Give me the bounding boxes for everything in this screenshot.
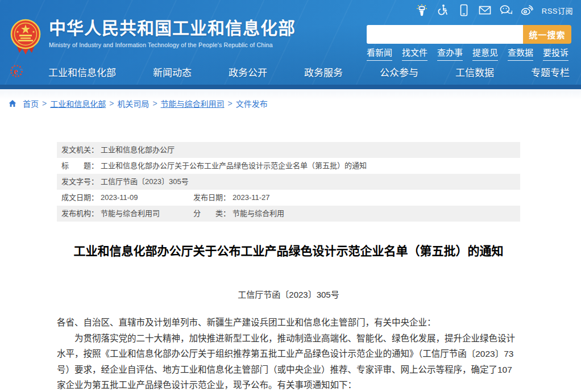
meta-value: 工信厅节函〔2023〕305号 xyxy=(101,174,189,190)
nav-item-gov-services[interactable]: 政务服务 xyxy=(304,65,343,79)
meta-label: 标 题： xyxy=(61,158,98,174)
nav-item-participation[interactable]: 公众参与 xyxy=(380,65,418,79)
mobile-icon[interactable] xyxy=(458,4,470,16)
meta-value: 节能与综合利用司 xyxy=(101,206,160,222)
wechat-icon[interactable] xyxy=(500,4,512,16)
document-body: 各省、自治区、直辖市及计划单列市、新疆生产建设兵团工业和信息化主管部门，有关中央… xyxy=(57,315,520,392)
body-paragraph: 为贯彻落实党的二十大精神，加快推进新型工业化，推动制造业高端化、智能化、绿色化发… xyxy=(57,331,520,392)
salutation-paragraph: 各省、自治区、直辖市及计划单列市、新疆生产建设兵团工业和信息化主管部门，有关中央… xyxy=(57,315,520,331)
header-utility-icons: RSS订阅 xyxy=(416,4,573,16)
meta-row-issuing-office: 发文机关： 工业和信息化部办公厅 xyxy=(57,142,520,158)
ministry-title: 中华人民共和国工业和信息化部 xyxy=(49,19,296,38)
meta-row-doc-number: 发文字号： 工信厅节函〔2023〕305号 xyxy=(57,174,520,190)
quick-link-feedback[interactable]: 提意见 xyxy=(472,46,498,61)
weibo-icon[interactable] xyxy=(521,4,533,16)
search-bar: 统一搜索 xyxy=(367,25,571,44)
breadcrumb-energy-dept[interactable]: 节能与综合利用司 xyxy=(161,98,225,109)
quick-link-news[interactable]: 看新闻 xyxy=(367,46,392,61)
search-input[interactable] xyxy=(367,25,523,44)
meta-label: 分 类： xyxy=(193,206,230,222)
nav-item-news[interactable]: 新闻动态 xyxy=(153,65,192,79)
main-navigation: e 工业和信息化部 新闻动态 政务公开 政务服务 公众参与 工信数据 专题专栏 xyxy=(0,62,581,79)
quick-link-services[interactable]: 查办事 xyxy=(437,46,463,61)
meta-label: 发文机关： xyxy=(61,142,98,158)
national-emblem-icon xyxy=(10,19,41,55)
ministry-brand: 中华人民共和国工业和信息化部 Ministry of Industry and … xyxy=(10,19,296,55)
breadcrumb-separator: > xyxy=(228,99,233,108)
meta-value: 节能与综合利用 xyxy=(233,206,284,222)
nav-item-miit[interactable]: 工业和信息化部 xyxy=(48,65,116,79)
meta-row-dates: 成文日期： 2023-11-09 发布日期： 2023-11-27 xyxy=(57,190,520,206)
meta-value: 2023-11-27 xyxy=(233,190,270,206)
meta-row-title: 标 题： 工业和信息化部办公厅关于公布工业产品绿色设计示范企业名单（第五批）的通… xyxy=(57,158,520,174)
quick-links: 看新闻 找文件 查办事 提意见 查数据 要投诉 xyxy=(367,46,568,61)
meta-value: 工业和信息化部办公厅 xyxy=(101,142,175,158)
mail-icon[interactable] xyxy=(479,4,491,16)
miit-e-logo-icon[interactable]: e xyxy=(10,63,24,79)
accessibility-icon[interactable] xyxy=(437,4,449,16)
meta-label: 发布机构： xyxy=(61,206,98,222)
breadcrumb-miit[interactable]: 工业和信息化部 xyxy=(50,98,106,109)
breadcrumb-home[interactable]: 首页 xyxy=(23,98,39,109)
quick-link-complaint[interactable]: 要投诉 xyxy=(543,46,568,61)
meta-value: 工业和信息化部办公厅关于公布工业产品绿色设计示范企业名单（第五批）的通知 xyxy=(101,158,367,174)
home-icon[interactable] xyxy=(8,99,17,108)
breadcrumb-departments[interactable]: 机关司局 xyxy=(117,98,149,109)
nav-item-data[interactable]: 工信数据 xyxy=(455,65,494,79)
nav-list: 工业和信息化部 新闻动态 政务公开 政务服务 公众参与 工信数据 专题专栏 xyxy=(48,65,570,79)
ministry-title-block: 中华人民共和国工业和信息化部 Ministry of Industry and … xyxy=(49,19,296,48)
document-meta-table: 发文机关： 工业和信息化部办公厅 标 题： 工业和信息化部办公厅关于公布工业产品… xyxy=(57,142,520,222)
meta-value: 2023-11-09 xyxy=(101,190,138,206)
meta-label: 成文日期： xyxy=(61,190,98,206)
ministry-subtitle: Ministry of Industry and Information Tec… xyxy=(49,41,296,48)
nav-item-gov-open[interactable]: 政务公开 xyxy=(229,65,267,79)
meta-label: 发文字号： xyxy=(61,174,98,190)
mascot-icon[interactable] xyxy=(416,4,428,16)
quick-link-files[interactable]: 找文件 xyxy=(402,46,428,61)
document-page: 发文机关： 工业和信息化部办公厅 标 题： 工业和信息化部办公厅关于公布工业产品… xyxy=(57,142,520,392)
document-number: 工信厅节函〔2023〕305号 xyxy=(57,288,520,300)
breadcrumb-file-release[interactable]: 文件发布 xyxy=(236,98,268,109)
site-header: RSS订阅 中华人民共和国工业和信息化部 Ministry of Industr… xyxy=(0,0,581,89)
rss-subscribe-link[interactable]: RSS订阅 xyxy=(542,5,573,16)
nav-item-topics[interactable]: 专题专栏 xyxy=(531,65,570,79)
breadcrumb-separator: > xyxy=(109,99,114,108)
search-button[interactable]: 统一搜索 xyxy=(523,25,571,44)
svg-text:e: e xyxy=(14,66,18,77)
breadcrumb-separator: > xyxy=(42,99,47,108)
breadcrumb-separator: > xyxy=(152,99,157,108)
quick-link-data[interactable]: 查数据 xyxy=(508,46,533,61)
breadcrumb: 首页 > 工业和信息化部 > 机关司局 > 节能与综合利用司 > 文件发布 xyxy=(0,89,581,116)
document-title: 工业和信息化部办公厅关于公布工业产品绿色设计示范企业名单（第五批）的通知 xyxy=(57,243,520,260)
meta-label: 发布日期： xyxy=(193,190,230,206)
meta-row-publisher: 发布机构： 节能与综合利用司 分 类： 节能与综合利用 xyxy=(57,206,520,222)
